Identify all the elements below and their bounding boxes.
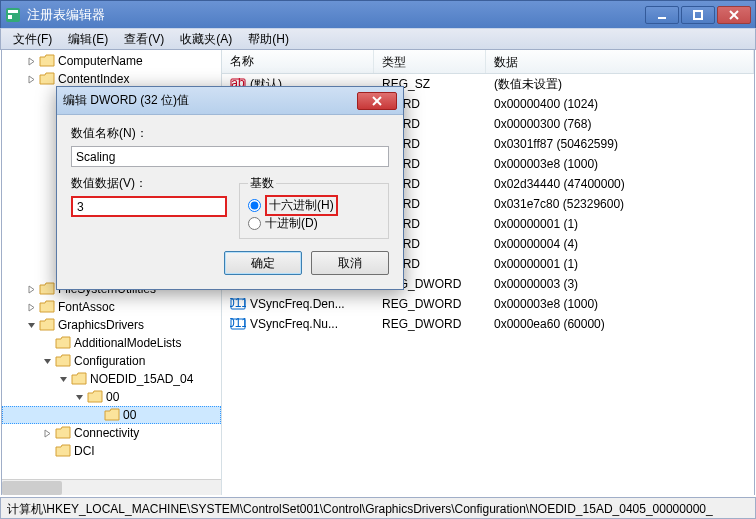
tree-item[interactable]: GraphicsDrivers xyxy=(2,316,221,334)
cell-data: 0x00000001 (1) xyxy=(486,257,754,271)
cell-data: 0x02d34440 (47400000) xyxy=(486,177,754,191)
base-fieldset: 基数 十六进制(H) 十进制(D) xyxy=(239,175,389,239)
menu-help[interactable]: 帮助(H) xyxy=(240,29,297,50)
tree-item[interactable]: FontAssoc xyxy=(2,298,221,316)
value-name-field[interactable] xyxy=(71,146,389,167)
window-titlebar: 注册表编辑器 xyxy=(0,0,756,28)
value-data-field[interactable] xyxy=(71,196,227,217)
svg-text:011: 011 xyxy=(230,316,246,330)
cell-data: 0x000003e8 (1000) xyxy=(486,157,754,171)
radio-hex-label: 十六进制(H) xyxy=(265,195,338,216)
base-legend: 基数 xyxy=(248,175,276,192)
window-title: 注册表编辑器 xyxy=(27,6,643,24)
tree-item[interactable]: Configuration xyxy=(2,352,221,370)
svg-text:011: 011 xyxy=(230,296,246,310)
menu-file[interactable]: 文件(F) xyxy=(5,29,60,50)
app-icon xyxy=(5,7,21,23)
minimize-button[interactable] xyxy=(645,6,679,24)
close-button[interactable] xyxy=(717,6,751,24)
cell-data: 0x00000001 (1) xyxy=(486,217,754,231)
cell-data: 0x00000004 (4) xyxy=(486,237,754,251)
tree-label: DCI xyxy=(74,444,95,458)
tree-item[interactable]: Connectivity xyxy=(2,424,221,442)
tree-item[interactable]: AdditionalModeLists xyxy=(2,334,221,352)
tree-label: AdditionalModeLists xyxy=(74,336,181,350)
cell-name: VSyncFreq.Den... xyxy=(250,297,345,311)
dialog-titlebar[interactable]: 编辑 DWORD (32 位)值 xyxy=(57,87,403,115)
radio-hex[interactable] xyxy=(248,199,261,212)
value-data-label: 数值数据(V)： xyxy=(71,175,227,192)
menu-edit[interactable]: 编辑(E) xyxy=(60,29,116,50)
radio-dec-row[interactable]: 十进制(D) xyxy=(248,214,380,232)
svg-rect-2 xyxy=(8,15,12,19)
radio-dec-label: 十进制(D) xyxy=(265,215,318,232)
tree-label: Configuration xyxy=(74,354,145,368)
menu-favorites[interactable]: 收藏夹(A) xyxy=(172,29,240,50)
cell-type: REG_DWORD xyxy=(374,297,486,311)
status-path: 计算机\HKEY_LOCAL_MACHINE\SYSTEM\ControlSet… xyxy=(7,502,713,516)
tree-item[interactable]: NOEDID_15AD_04 xyxy=(2,370,221,388)
cell-data: 0x00000003 (3) xyxy=(486,277,754,291)
tree-label: FontAssoc xyxy=(58,300,115,314)
cell-data: 0x0301ff87 (50462599) xyxy=(486,137,754,151)
tree-hscrollbar[interactable] xyxy=(2,479,221,495)
tree-label: NOEDID_15AD_04 xyxy=(90,372,193,386)
cell-data: 0x031e7c80 (52329600) xyxy=(486,197,754,211)
dialog-close-button[interactable] xyxy=(357,92,397,110)
cell-type: REG_DWORD xyxy=(374,317,486,331)
tree-item[interactable]: DCI xyxy=(2,442,221,460)
tree-label: GraphicsDrivers xyxy=(58,318,144,332)
col-header-type[interactable]: 类型 xyxy=(374,50,486,73)
svg-rect-4 xyxy=(694,11,702,19)
tree-label: Connectivity xyxy=(74,426,139,440)
radio-hex-row[interactable]: 十六进制(H) xyxy=(248,196,380,214)
tree-item[interactable]: ComputerName xyxy=(2,52,221,70)
cancel-button[interactable]: 取消 xyxy=(311,251,389,275)
cell-data: 0x000003e8 (1000) xyxy=(486,297,754,311)
tree-label: 00 xyxy=(106,390,119,404)
menu-view[interactable]: 查看(V) xyxy=(116,29,172,50)
list-row[interactable]: 011VSyncFreq.Nu...REG_DWORD0x0000ea60 (6… xyxy=(222,314,754,334)
menubar: 文件(F) 编辑(E) 查看(V) 收藏夹(A) 帮助(H) xyxy=(0,28,756,50)
edit-dword-dialog: 编辑 DWORD (32 位)值 数值名称(N)： 数值数据(V)： 基数 十六… xyxy=(56,86,404,290)
value-name-label: 数值名称(N)： xyxy=(71,125,389,142)
cell-name: VSyncFreq.Nu... xyxy=(250,317,338,331)
col-header-data[interactable]: 数据 xyxy=(486,50,754,73)
dialog-title: 编辑 DWORD (32 位)值 xyxy=(63,92,357,109)
tree-label: 00 xyxy=(123,408,136,422)
list-header: 名称 类型 数据 xyxy=(222,50,754,74)
cell-data: (数值未设置) xyxy=(486,76,754,93)
cell-data: 0x0000ea60 (60000) xyxy=(486,317,754,331)
tree-item[interactable]: 00 xyxy=(2,388,221,406)
ok-button[interactable]: 确定 xyxy=(224,251,302,275)
col-header-name[interactable]: 名称 xyxy=(222,50,374,73)
statusbar: 计算机\HKEY_LOCAL_MACHINE\SYSTEM\ControlSet… xyxy=(0,497,756,519)
list-row[interactable]: 011VSyncFreq.Den...REG_DWORD0x000003e8 (… xyxy=(222,294,754,314)
svg-rect-1 xyxy=(8,10,18,13)
tree-label: ContentIndex xyxy=(58,72,129,86)
tree-label: ComputerName xyxy=(58,54,143,68)
radio-dec[interactable] xyxy=(248,217,261,230)
maximize-button[interactable] xyxy=(681,6,715,24)
cell-data: 0x00000400 (1024) xyxy=(486,97,754,111)
cell-data: 0x00000300 (768) xyxy=(486,117,754,131)
tree-item[interactable]: 00 xyxy=(2,406,221,424)
